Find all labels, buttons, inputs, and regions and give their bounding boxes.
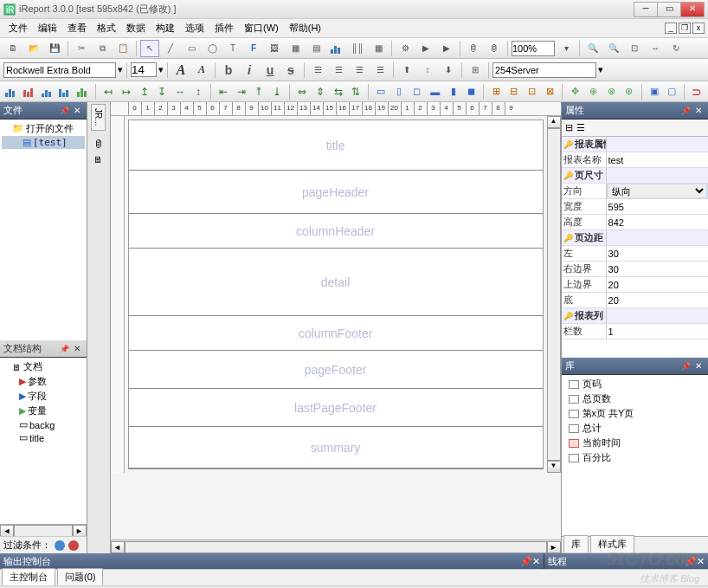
- font-decrease-button[interactable]: A: [192, 61, 211, 79]
- prop-toggle2-icon[interactable]: ☰: [576, 122, 585, 133]
- server-select[interactable]: [492, 62, 596, 78]
- size-2-icon[interactable]: ▯: [391, 84, 407, 100]
- zoom-width-button[interactable]: ↔: [646, 40, 665, 57]
- size-6-icon[interactable]: ◼: [463, 84, 479, 100]
- ellipse-tool[interactable]: ◯: [203, 40, 222, 57]
- align-9-icon[interactable]: ⤒: [252, 84, 267, 100]
- band-columnheader[interactable]: columnHeader: [129, 214, 543, 249]
- close-panel-icon[interactable]: ✕: [71, 106, 83, 115]
- menu-data[interactable]: 数据: [121, 20, 151, 36]
- tab-problems[interactable]: 问题(0): [57, 568, 103, 585]
- font-select[interactable]: [3, 62, 116, 78]
- elem-chart3-icon[interactable]: [40, 84, 55, 100]
- query-button[interactable]: 🛢: [485, 40, 504, 57]
- join-3-icon[interactable]: ⊡: [525, 84, 540, 100]
- align-justify-button[interactable]: ☰: [370, 61, 389, 79]
- align-1-icon[interactable]: ↤: [100, 84, 116, 100]
- lib-sum[interactable]: 总计: [563, 421, 706, 436]
- db-button[interactable]: 🛢: [464, 40, 483, 57]
- elem-chart4-icon[interactable]: [57, 84, 73, 100]
- prop-name-value[interactable]: [608, 153, 706, 166]
- vscroll-down[interactable]: ▼: [547, 461, 561, 473]
- pin4-icon[interactable]: 📌: [679, 362, 692, 371]
- vscroll-track[interactable]: [547, 128, 561, 461]
- pin2-icon[interactable]: 📌: [58, 345, 71, 353]
- params-button[interactable]: ⊞: [466, 61, 485, 79]
- elem-chart1-icon[interactable]: [3, 84, 19, 100]
- pin3-icon[interactable]: 📌: [679, 107, 692, 115]
- underline-button[interactable]: u: [261, 61, 280, 79]
- align-2-icon[interactable]: ↦: [119, 84, 134, 100]
- menu-options[interactable]: 选项: [180, 20, 209, 36]
- prop-dir-value[interactable]: 纵向: [608, 184, 706, 197]
- prop-cols-value[interactable]: [608, 325, 706, 338]
- size-4-icon[interactable]: ▬: [428, 84, 443, 100]
- italic-button[interactable]: i: [240, 61, 259, 79]
- side-tab-jr[interactable]: JR...: [91, 104, 106, 131]
- chart-tool[interactable]: [327, 40, 346, 57]
- menu-help[interactable]: 帮助(H): [284, 20, 326, 36]
- tree-scroll-right[interactable]: ►: [73, 525, 87, 537]
- textfield-tool[interactable]: F: [244, 40, 263, 57]
- lib-pageno[interactable]: 页码: [563, 377, 706, 391]
- band-lastpagefooter[interactable]: lastPageFooter: [129, 389, 543, 427]
- prop-t-value[interactable]: [608, 278, 706, 291]
- frame-tool[interactable]: ▦: [286, 40, 305, 57]
- tree-scroll-track[interactable]: [14, 525, 73, 537]
- order-back-icon[interactable]: ▢: [665, 84, 680, 100]
- magnet-icon[interactable]: ⊃: [689, 84, 705, 100]
- close-panel3-icon[interactable]: ✕: [692, 106, 705, 115]
- align-4-icon[interactable]: ↧: [154, 84, 170, 100]
- elem-chart2-icon[interactable]: [22, 84, 37, 100]
- dist-3-icon[interactable]: ⇆: [331, 84, 346, 100]
- align-6-icon[interactable]: ↕: [190, 84, 206, 100]
- band-pagefooter[interactable]: pageFooter: [129, 351, 543, 389]
- close-panel4-icon[interactable]: ✕: [692, 361, 705, 371]
- prop-r-value[interactable]: [608, 262, 706, 275]
- hscroll-track[interactable]: [125, 541, 547, 553]
- compile-button[interactable]: ⚙: [396, 40, 415, 57]
- strike-button[interactable]: s: [281, 61, 300, 79]
- size-3-icon[interactable]: ◻: [409, 84, 425, 100]
- join-2-icon[interactable]: ⊟: [506, 84, 522, 100]
- size-5-icon[interactable]: ▮: [446, 84, 461, 100]
- dist-2-icon[interactable]: ⇕: [312, 84, 328, 100]
- cut-button[interactable]: ✂: [72, 40, 91, 57]
- vscroll-up[interactable]: ▲: [547, 116, 561, 128]
- close-out-icon[interactable]: ✕: [532, 556, 540, 567]
- align-right-button[interactable]: ☰: [350, 61, 369, 79]
- paste-button[interactable]: 📋: [113, 40, 132, 57]
- copy-button[interactable]: ⧉: [93, 40, 112, 57]
- save-button[interactable]: 💾: [45, 40, 64, 57]
- close-thread-icon[interactable]: ✕: [697, 556, 705, 567]
- crosstab-tool[interactable]: ▦: [369, 40, 388, 57]
- zoom-fit-button[interactable]: ⊡: [625, 40, 644, 57]
- font-dropdown-icon[interactable]: ▾: [118, 64, 123, 75]
- run-button[interactable]: ▶: [416, 40, 435, 57]
- prop-toggle1-icon[interactable]: ⊟: [565, 122, 573, 133]
- mdi-restore-icon[interactable]: ❐: [679, 23, 691, 34]
- menu-file[interactable]: 文件: [3, 20, 33, 36]
- close-button[interactable]: ✕: [680, 2, 705, 17]
- align-5-icon[interactable]: ↔: [172, 84, 188, 100]
- band-title[interactable]: title: [129, 120, 543, 171]
- align-center-button[interactable]: ☰: [329, 61, 348, 79]
- tab-main-console[interactable]: 主控制台: [2, 568, 55, 585]
- fontsize-select[interactable]: [131, 62, 157, 77]
- doc-root-node[interactable]: 🗎文档: [2, 359, 85, 374]
- close-panel2-icon[interactable]: ✕: [71, 344, 83, 353]
- font-increase-button[interactable]: A: [171, 61, 190, 79]
- new-button[interactable]: 🗎: [3, 40, 23, 57]
- run2-button[interactable]: ▶: [437, 40, 456, 57]
- barcode-tool[interactable]: ║║: [348, 40, 367, 57]
- prop-l-value[interactable]: [608, 247, 706, 260]
- join-1-icon[interactable]: ⊞: [488, 84, 504, 100]
- menu-format[interactable]: 格式: [92, 20, 121, 36]
- valign-bottom-button[interactable]: ⬇: [439, 61, 458, 79]
- tab-library[interactable]: 库: [563, 535, 589, 552]
- align-7-icon[interactable]: ⇤: [216, 84, 231, 100]
- lib-total[interactable]: 总页数: [563, 391, 706, 406]
- params-node[interactable]: ▶参数: [2, 374, 85, 389]
- prop-b-value[interactable]: [608, 294, 706, 307]
- pin5-icon[interactable]: 📌: [520, 556, 532, 567]
